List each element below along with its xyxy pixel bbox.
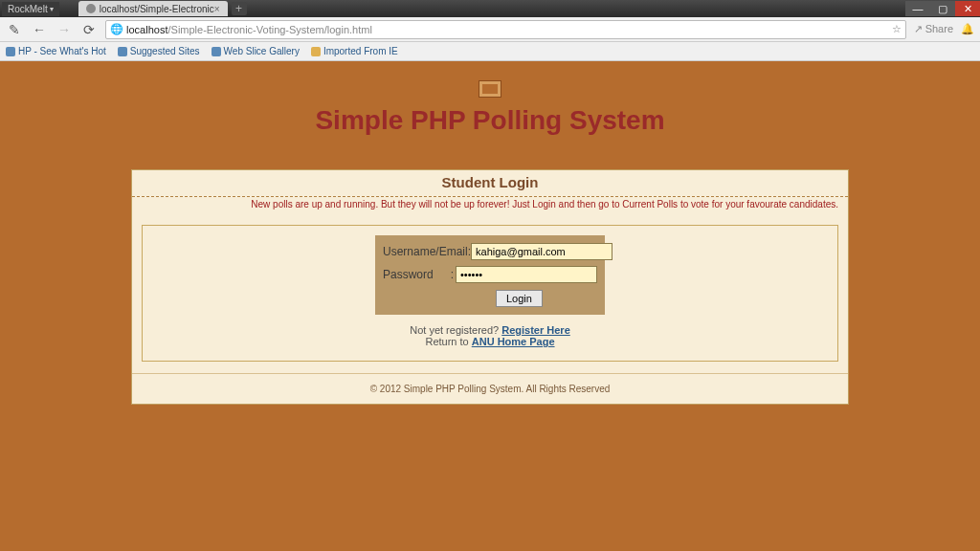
bookmark-icon: [212, 47, 221, 56]
notice-text: New polls are up and running. But they w…: [132, 197, 848, 215]
password-input[interactable]: [456, 266, 597, 283]
url-host: localhost: [126, 24, 167, 35]
bookmark-item[interactable]: Web Slice Gallery: [212, 46, 300, 56]
password-label: Password: [383, 268, 451, 281]
tab-close-button[interactable]: ×: [214, 4, 220, 14]
back-button[interactable]: ←: [31, 21, 48, 38]
browser-tab[interactable]: localhost/Simple-Electronic ×: [78, 1, 228, 16]
login-panel: Student Login New polls are up and runni…: [131, 169, 849, 405]
page-content: Simple PHP Polling System Student Login …: [0, 80, 980, 405]
bookmarks-bar: HP - See What's Hot Suggested Sites Web …: [0, 42, 980, 61]
close-window-button[interactable]: ✕: [955, 1, 980, 16]
window-controls: — ▢ ✕: [905, 1, 980, 16]
browser-menu-button[interactable]: RockMelt: [2, 2, 59, 16]
bookmark-item[interactable]: HP - See What's Hot: [6, 46, 106, 56]
footer-text: © 2012 Simple PHP Polling System. All Ri…: [132, 373, 848, 404]
url-path: /Simple-Electronic-Voting-System/login.h…: [167, 24, 371, 35]
star-icon[interactable]: ☆: [892, 23, 902, 35]
username-label: Username/Email: [383, 245, 468, 258]
bookmark-item[interactable]: Imported From IE: [311, 46, 398, 56]
edit-icon[interactable]: ✎: [6, 21, 23, 38]
window-titlebar: RockMelt localhost/Simple-Electronic × +…: [0, 0, 980, 17]
login-form: Username/Email : Password : Login: [375, 235, 605, 315]
notifications-icon[interactable]: 🔔: [961, 23, 974, 35]
register-link[interactable]: Register Here: [501, 324, 570, 336]
minimize-button[interactable]: —: [905, 1, 930, 16]
reload-button[interactable]: ⟳: [80, 21, 98, 38]
globe-icon: 🌐: [110, 23, 123, 35]
tab-favicon: [86, 4, 96, 13]
login-button[interactable]: Login: [496, 290, 543, 307]
new-tab-button[interactable]: +: [232, 2, 247, 15]
folder-icon: [311, 47, 321, 56]
panel-title: Student Login: [142, 174, 838, 190]
bookmark-icon: [6, 47, 15, 56]
bookmark-icon: [118, 47, 127, 56]
bookmark-item[interactable]: Suggested Sites: [118, 46, 200, 56]
browser-toolbar: ✎ ← → ⟳ 🌐 localhost/Simple-Electronic-Vo…: [0, 17, 980, 42]
login-form-box: Username/Email : Password : Login Not ye…: [142, 225, 838, 362]
tab-title: localhost/Simple-Electronic: [100, 4, 214, 14]
home-link[interactable]: ANU Home Page: [472, 336, 555, 347]
username-input[interactable]: [471, 243, 612, 260]
maximize-button[interactable]: ▢: [930, 1, 955, 16]
address-bar[interactable]: 🌐 localhost/Simple-Electronic-Voting-Sys…: [105, 20, 906, 39]
broken-image-icon: [479, 80, 501, 98]
forward-button[interactable]: →: [56, 21, 73, 38]
page-title: Simple PHP Polling System: [0, 105, 980, 136]
register-links: Not yet registered? Register Here Return…: [143, 324, 837, 347]
share-button[interactable]: ↗ Share: [914, 23, 953, 35]
